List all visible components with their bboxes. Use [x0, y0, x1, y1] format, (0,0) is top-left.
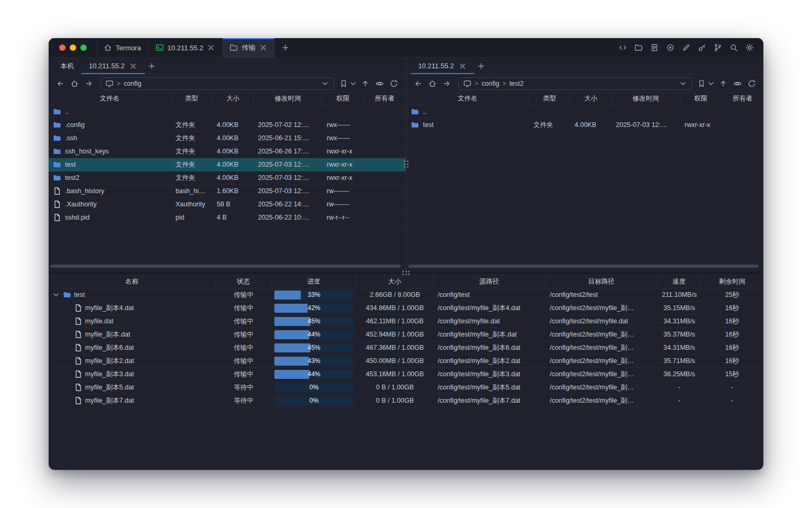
- tab-remote-host[interactable]: 10.211.55.2: [81, 58, 145, 74]
- column-header-modified[interactable]: 修改时间: [254, 93, 322, 105]
- settings-button[interactable]: [743, 41, 756, 55]
- parent-directory-button[interactable]: [716, 77, 730, 90]
- minimize-window-button[interactable]: [70, 44, 76, 51]
- tab-remote-host[interactable]: 10.211.55.2: [411, 58, 474, 74]
- horizontal-scrollbar-thumb[interactable]: [408, 265, 759, 268]
- transfer-row[interactable]: myfile.dat 传输中 45% 462.11MB / 1.00GB /co…: [49, 315, 763, 328]
- column-header-target[interactable]: 目标路径: [546, 275, 658, 288]
- path-crumb[interactable]: config: [482, 80, 499, 87]
- chevron-down-icon[interactable]: [321, 79, 329, 88]
- splitter-grip[interactable]: [402, 270, 410, 275]
- add-panel-tab-button[interactable]: [145, 59, 159, 73]
- file-row[interactable]: sshd.pid pid 4 B 2025-06-22 10:… rw-r--r…: [49, 211, 405, 224]
- column-header-progress[interactable]: 进度: [272, 275, 356, 288]
- record-button[interactable]: [663, 41, 677, 55]
- search-button[interactable]: [727, 41, 740, 55]
- column-header-filename[interactable]: 文件名: [407, 93, 529, 105]
- close-icon[interactable]: [259, 43, 267, 52]
- refresh-button[interactable]: [387, 77, 401, 90]
- file-row[interactable]: ..: [407, 105, 763, 119]
- show-hidden-files-button[interactable]: [731, 77, 744, 90]
- path-bar[interactable]: > config: [100, 77, 334, 90]
- file-row[interactable]: ..: [49, 105, 405, 119]
- file-row[interactable]: .config 文件夹 4.00KB 2025-07-02 12:… rwx--…: [49, 119, 405, 132]
- transfer-row[interactable]: myfile_副本4.dat 传输中 42% 434.86MB / 1.00GB…: [49, 302, 763, 315]
- new-tab-button[interactable]: [275, 38, 296, 57]
- column-header-name[interactable]: 名称: [49, 275, 216, 288]
- column-header-owner[interactable]: 所有者: [364, 93, 405, 105]
- column-header-source[interactable]: 源路径: [433, 275, 546, 288]
- column-header-modified[interactable]: 修改时间: [612, 93, 680, 105]
- transfer-row[interactable]: myfile_副本7.dat 等待中 0% 0 B / 1.00GB /conf…: [49, 394, 763, 407]
- chevron-down-icon[interactable]: [679, 79, 687, 88]
- file-row[interactable]: .Xauthority Xauthority 58 B 2025-06-22 1…: [49, 198, 405, 211]
- tab-label: 本机: [60, 61, 74, 71]
- forward-button[interactable]: [440, 77, 454, 90]
- column-header-size[interactable]: 大小: [213, 93, 254, 105]
- close-icon[interactable]: [129, 62, 137, 70]
- column-header-speed[interactable]: 速度: [658, 275, 701, 288]
- column-header-status[interactable]: 状态: [216, 275, 272, 288]
- column-header-type[interactable]: 类型: [171, 93, 213, 105]
- file-row[interactable]: .bash_history bash_hi… 1.60KB 2025-07-03…: [49, 185, 405, 198]
- bookmarks-button[interactable]: [339, 77, 358, 90]
- expand-chevron-icon[interactable]: [52, 291, 60, 299]
- close-window-button[interactable]: [59, 44, 66, 51]
- transfer-status: 传输中: [216, 304, 272, 313]
- forward-button[interactable]: [82, 77, 96, 90]
- folder-icon: [411, 121, 419, 129]
- termora-window: Termora 10.211.55.2 传输: [49, 38, 763, 470]
- transfer-row[interactable]: myfile_副本6.dat 传输中 45% 467.36MB / 1.00GB…: [49, 341, 763, 355]
- back-button[interactable]: [411, 77, 425, 90]
- file-row-selected[interactable]: test 文件夹 4.00KB 2025-07-03 12:… rwxr-xr-…: [49, 158, 405, 171]
- path-bar[interactable]: > config > test2: [458, 77, 692, 90]
- close-icon[interactable]: [207, 43, 215, 52]
- file-row[interactable]: test2 文件夹 4.00KB 2025-07-03 12:… rwxr-xr…: [49, 171, 405, 185]
- macro-button[interactable]: [711, 41, 724, 55]
- tab-termora[interactable]: Termora: [96, 38, 149, 57]
- transfer-row[interactable]: myfile_副本3.dat 传输中 44% 453.16MB / 1.00GB…: [49, 368, 763, 381]
- column-header-type[interactable]: 类型: [529, 93, 570, 105]
- home-icon: [428, 79, 437, 88]
- bookmarks-button[interactable]: [697, 77, 716, 90]
- column-header-permissions[interactable]: 权限: [680, 93, 722, 105]
- add-panel-tab-button[interactable]: [474, 59, 488, 73]
- back-button[interactable]: [53, 77, 67, 90]
- keys-button[interactable]: [695, 41, 708, 55]
- column-header-remaining[interactable]: 剩余时间: [701, 275, 763, 288]
- transfer-row[interactable]: myfile_副本5.dat 等待中 0% 0 B / 1.00GB /conf…: [49, 381, 763, 394]
- splitter-grip[interactable]: [404, 160, 409, 168]
- show-hidden-files-button[interactable]: [373, 77, 386, 90]
- transfer-row[interactable]: myfile_副本2.dat 传输中 43% 450.00MB / 1.00GB…: [49, 355, 763, 368]
- file-row[interactable]: ssh_host_keys 文件夹 4.00KB 2025-06-26 17:……: [49, 145, 405, 158]
- column-header-size[interactable]: 大小: [570, 93, 612, 105]
- log-button[interactable]: [648, 41, 661, 55]
- panel-splitter[interactable]: [405, 58, 407, 270]
- tab-host-session[interactable]: 10.211.55.2: [149, 38, 223, 57]
- refresh-button[interactable]: [745, 77, 759, 90]
- progress-bar: 45%: [274, 317, 354, 326]
- snippets-button[interactable]: [616, 41, 629, 55]
- close-icon[interactable]: [458, 62, 467, 70]
- path-crumb[interactable]: test2: [509, 80, 523, 87]
- column-header-size[interactable]: 大小: [356, 275, 433, 288]
- home-button[interactable]: [426, 77, 439, 90]
- left-file-panel: 本机 10.211.55.2 > config: [49, 58, 405, 270]
- column-header-owner[interactable]: 所有者: [722, 93, 763, 105]
- column-header-filename[interactable]: 文件名: [49, 93, 171, 105]
- sftp-button[interactable]: [632, 41, 645, 55]
- edit-button[interactable]: [679, 41, 693, 55]
- path-crumb[interactable]: config: [124, 80, 141, 87]
- file-row[interactable]: .ssh 文件夹 4.00KB 2025-06-21 15:… rwx-----…: [49, 132, 405, 145]
- transfer-row[interactable]: test 传输中 33% 2.66GB / 8.00GB /config/tes…: [49, 288, 763, 302]
- tab-transfer[interactable]: 传输: [223, 38, 275, 57]
- tab-local[interactable]: 本机: [53, 58, 81, 74]
- transfer-row[interactable]: myfile_副本.dat 传输中 44% 452.94MB / 1.00GB …: [49, 328, 763, 341]
- file-row[interactable]: test 文件夹 4.00KB 2025-07-03 12:… rwxr-xr-…: [407, 119, 763, 132]
- home-button[interactable]: [68, 77, 81, 90]
- horizontal-scrollbar-thumb[interactable]: [50, 265, 401, 268]
- transfer-splitter[interactable]: [49, 270, 763, 275]
- column-header-permissions[interactable]: 权限: [322, 93, 364, 105]
- zoom-window-button[interactable]: [80, 44, 87, 51]
- parent-directory-button[interactable]: [358, 77, 372, 90]
